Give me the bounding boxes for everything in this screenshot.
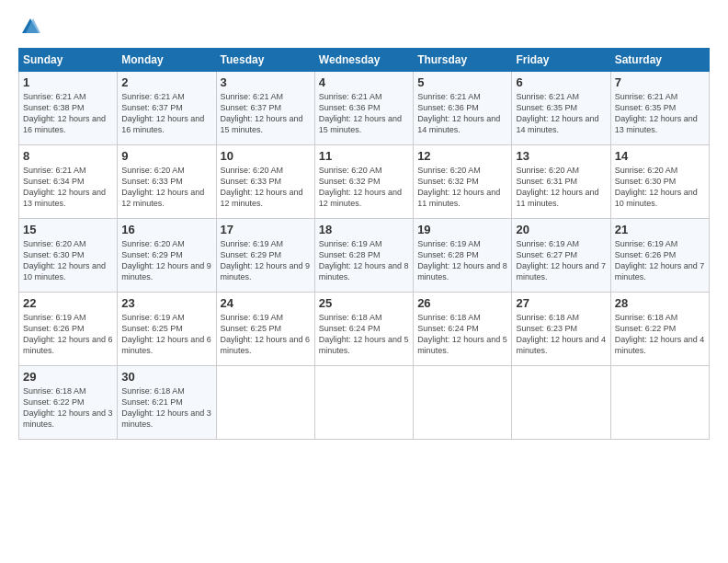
- logo: [18, 17, 40, 37]
- calendar-day-cell: 19 Sunrise: 6:19 AMSunset: 6:28 PMDaylig…: [414, 219, 512, 293]
- day-number: 11: [319, 149, 409, 163]
- day-number: 1: [23, 75, 113, 89]
- weekday-header-cell: Friday: [512, 49, 610, 72]
- calendar-day-cell: 27 Sunrise: 6:18 AMSunset: 6:23 PMDaylig…: [512, 293, 610, 366]
- day-number: 4: [319, 75, 409, 89]
- day-info: Sunrise: 6:19 AMSunset: 6:25 PMDaylight:…: [221, 313, 311, 355]
- day-number: 5: [417, 75, 507, 89]
- calendar-day-cell: 26 Sunrise: 6:18 AMSunset: 6:24 PMDaylig…: [414, 293, 512, 366]
- day-number: 8: [23, 149, 113, 163]
- day-info: Sunrise: 6:19 AMSunset: 6:26 PMDaylight:…: [615, 239, 705, 282]
- day-info: Sunrise: 6:20 AMSunset: 6:33 PMDaylight:…: [221, 166, 303, 208]
- day-number: 18: [319, 223, 409, 236]
- day-number: 16: [121, 223, 211, 236]
- day-info: Sunrise: 6:20 AMSunset: 6:32 PMDaylight:…: [417, 166, 500, 208]
- weekday-header-cell: Thursday: [414, 49, 512, 72]
- day-info: Sunrise: 6:20 AMSunset: 6:33 PMDaylight:…: [121, 166, 204, 208]
- calendar-day-cell: 4 Sunrise: 6:21 AMSunset: 6:36 PMDayligh…: [314, 72, 413, 145]
- logo-icon: [20, 17, 40, 37]
- day-number: 21: [615, 223, 705, 236]
- calendar-day-cell: 13 Sunrise: 6:20 AMSunset: 6:31 PMDaylig…: [512, 145, 610, 219]
- calendar-day-cell: 6 Sunrise: 6:21 AMSunset: 6:35 PMDayligh…: [512, 72, 610, 145]
- day-number: 27: [516, 296, 606, 310]
- day-number: 15: [23, 223, 113, 236]
- calendar-day-cell: 23 Sunrise: 6:19 AMSunset: 6:25 PMDaylig…: [118, 293, 216, 366]
- calendar-header-row: SundayMondayTuesdayWednesdayThursdayFrid…: [19, 49, 710, 72]
- day-info: Sunrise: 6:19 AMSunset: 6:28 PMDaylight:…: [319, 239, 409, 282]
- calendar-day-cell: [512, 366, 610, 440]
- calendar-day-cell: 20 Sunrise: 6:19 AMSunset: 6:27 PMDaylig…: [512, 219, 610, 293]
- calendar-day-cell: [414, 366, 512, 440]
- day-number: 3: [221, 75, 311, 89]
- calendar-body: 1 Sunrise: 6:21 AMSunset: 6:38 PMDayligh…: [19, 72, 710, 440]
- calendar-day-cell: 5 Sunrise: 6:21 AMSunset: 6:36 PMDayligh…: [414, 72, 512, 145]
- day-number: 30: [121, 370, 211, 384]
- day-number: 20: [516, 223, 606, 236]
- calendar-day-cell: 9 Sunrise: 6:20 AMSunset: 6:33 PMDayligh…: [118, 145, 216, 219]
- calendar-day-cell: [314, 366, 413, 440]
- calendar-day-cell: 28 Sunrise: 6:18 AMSunset: 6:22 PMDaylig…: [610, 293, 709, 366]
- calendar-day-cell: 2 Sunrise: 6:21 AMSunset: 6:37 PMDayligh…: [118, 72, 216, 145]
- day-info: Sunrise: 6:20 AMSunset: 6:30 PMDaylight:…: [615, 166, 698, 208]
- day-info: Sunrise: 6:21 AMSunset: 6:36 PMDaylight:…: [417, 92, 500, 134]
- day-info: Sunrise: 6:18 AMSunset: 6:22 PMDaylight:…: [615, 313, 705, 355]
- calendar-week-row: 8 Sunrise: 6:21 AMSunset: 6:34 PMDayligh…: [19, 145, 710, 219]
- calendar-day-cell: 12 Sunrise: 6:20 AMSunset: 6:32 PMDaylig…: [414, 145, 512, 219]
- calendar-day-cell: 8 Sunrise: 6:21 AMSunset: 6:34 PMDayligh…: [19, 145, 118, 219]
- day-number: 24: [221, 296, 311, 310]
- calendar-day-cell: 16 Sunrise: 6:20 AMSunset: 6:29 PMDaylig…: [118, 219, 216, 293]
- calendar-week-row: 29 Sunrise: 6:18 AMSunset: 6:22 PMDaylig…: [19, 366, 710, 440]
- calendar-day-cell: 18 Sunrise: 6:19 AMSunset: 6:28 PMDaylig…: [314, 219, 413, 293]
- day-info: Sunrise: 6:19 AMSunset: 6:29 PMDaylight:…: [221, 239, 311, 282]
- calendar-day-cell: 24 Sunrise: 6:19 AMSunset: 6:25 PMDaylig…: [216, 293, 314, 366]
- day-number: 14: [615, 149, 705, 163]
- day-info: Sunrise: 6:20 AMSunset: 6:30 PMDaylight:…: [23, 239, 106, 282]
- calendar-day-cell: [216, 366, 314, 440]
- day-number: 26: [417, 296, 507, 310]
- calendar-day-cell: 21 Sunrise: 6:19 AMSunset: 6:26 PMDaylig…: [610, 219, 709, 293]
- calendar-day-cell: 22 Sunrise: 6:19 AMSunset: 6:26 PMDaylig…: [19, 293, 118, 366]
- calendar-day-cell: 7 Sunrise: 6:21 AMSunset: 6:35 PMDayligh…: [610, 72, 709, 145]
- day-info: Sunrise: 6:21 AMSunset: 6:34 PMDaylight:…: [23, 166, 106, 208]
- main-container: SundayMondayTuesdayWednesdayThursdayFrid…: [0, 0, 728, 449]
- day-info: Sunrise: 6:19 AMSunset: 6:26 PMDaylight:…: [23, 313, 113, 355]
- day-number: 7: [615, 75, 705, 89]
- day-info: Sunrise: 6:21 AMSunset: 6:37 PMDaylight:…: [221, 92, 303, 134]
- weekday-header-cell: Sunday: [19, 49, 118, 72]
- weekday-header-cell: Monday: [118, 49, 216, 72]
- calendar-day-cell: 1 Sunrise: 6:21 AMSunset: 6:38 PMDayligh…: [19, 72, 118, 145]
- calendar-day-cell: 15 Sunrise: 6:20 AMSunset: 6:30 PMDaylig…: [19, 219, 118, 293]
- calendar-day-cell: 10 Sunrise: 6:20 AMSunset: 6:33 PMDaylig…: [216, 145, 314, 219]
- day-number: 9: [121, 149, 211, 163]
- day-info: Sunrise: 6:20 AMSunset: 6:31 PMDaylight:…: [516, 166, 598, 208]
- day-info: Sunrise: 6:18 AMSunset: 6:21 PMDaylight:…: [121, 386, 211, 429]
- calendar-week-row: 1 Sunrise: 6:21 AMSunset: 6:38 PMDayligh…: [19, 72, 710, 145]
- day-info: Sunrise: 6:18 AMSunset: 6:24 PMDaylight:…: [319, 313, 409, 355]
- day-number: 17: [221, 223, 311, 236]
- header: [18, 17, 710, 37]
- day-info: Sunrise: 6:18 AMSunset: 6:22 PMDaylight:…: [23, 386, 113, 429]
- weekday-header-cell: Saturday: [610, 49, 709, 72]
- day-info: Sunrise: 6:21 AMSunset: 6:35 PMDaylight:…: [615, 92, 698, 134]
- calendar-day-cell: 3 Sunrise: 6:21 AMSunset: 6:37 PMDayligh…: [216, 72, 314, 145]
- day-info: Sunrise: 6:18 AMSunset: 6:24 PMDaylight:…: [417, 313, 507, 355]
- calendar-day-cell: 30 Sunrise: 6:18 AMSunset: 6:21 PMDaylig…: [118, 366, 216, 440]
- day-info: Sunrise: 6:21 AMSunset: 6:35 PMDaylight:…: [516, 92, 598, 134]
- day-number: 19: [417, 223, 507, 236]
- calendar-day-cell: 14 Sunrise: 6:20 AMSunset: 6:30 PMDaylig…: [610, 145, 709, 219]
- calendar-day-cell: [610, 366, 709, 440]
- day-info: Sunrise: 6:20 AMSunset: 6:32 PMDaylight:…: [319, 166, 402, 208]
- calendar-week-row: 22 Sunrise: 6:19 AMSunset: 6:26 PMDaylig…: [19, 293, 710, 366]
- calendar-day-cell: 29 Sunrise: 6:18 AMSunset: 6:22 PMDaylig…: [19, 366, 118, 440]
- day-number: 25: [319, 296, 409, 310]
- calendar-day-cell: 25 Sunrise: 6:18 AMSunset: 6:24 PMDaylig…: [314, 293, 413, 366]
- day-info: Sunrise: 6:20 AMSunset: 6:29 PMDaylight:…: [121, 239, 211, 282]
- day-number: 2: [121, 75, 211, 89]
- day-info: Sunrise: 6:21 AMSunset: 6:36 PMDaylight:…: [319, 92, 402, 134]
- day-number: 23: [121, 296, 211, 310]
- day-info: Sunrise: 6:19 AMSunset: 6:28 PMDaylight:…: [417, 239, 507, 282]
- calendar-table: SundayMondayTuesdayWednesdayThursdayFrid…: [18, 48, 710, 440]
- weekday-header-cell: Wednesday: [314, 49, 413, 72]
- day-number: 29: [23, 370, 113, 384]
- day-info: Sunrise: 6:21 AMSunset: 6:37 PMDaylight:…: [121, 92, 204, 134]
